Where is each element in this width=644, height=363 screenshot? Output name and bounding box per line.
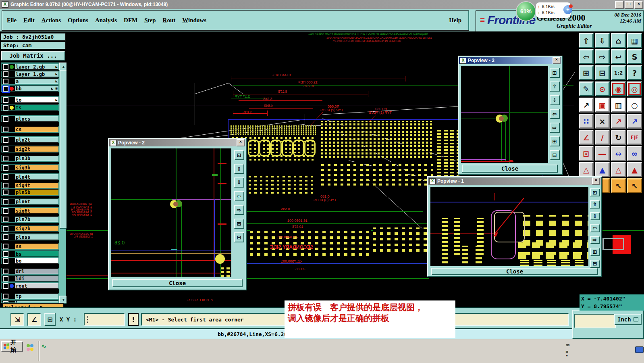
net-highlight-2-button[interactable]: ◎ <box>627 81 642 96</box>
layer-name[interactable]: pln3b <box>15 156 58 161</box>
layer-name[interactable]: sig2t <box>15 146 58 152</box>
layer-visibility-checkbox[interactable] <box>3 156 8 161</box>
layer-name[interactable]: cs <box>15 127 58 132</box>
layer-name[interactable]: bo <box>15 258 58 263</box>
popview-2-close-button[interactable]: Close <box>112 279 243 287</box>
zoom-center-button[interactable]: ⊟ <box>595 65 610 80</box>
popview-pan-left-icon[interactable]: ⇦ <box>234 191 244 201</box>
popview-pan-right-icon[interactable]: ⇨ <box>590 236 600 244</box>
layer-row-bb[interactable]: bb◣ ⊞ <box>2 86 58 92</box>
layer-scrollbar[interactable]: ▲ ▼ <box>59 63 66 303</box>
layer-name[interactable]: ss <box>15 244 58 249</box>
menu-rout[interactable]: Rout <box>163 17 176 24</box>
language-options-icon[interactable]: ▧▾ <box>566 350 568 358</box>
popview-2-close-icon[interactable]: × <box>237 139 245 146</box>
menu-actions[interactable]: Actions <box>42 17 61 24</box>
job-matrix-button[interactable]: Job Matrix ... <box>1 51 65 60</box>
popview-pan-left-icon[interactable]: ⇦ <box>550 109 560 119</box>
move-open-button[interactable]: ↗ <box>611 114 626 129</box>
layer-row-tp[interactable]: tp <box>2 293 58 299</box>
select-mode-arrow-button[interactable]: ↖ <box>611 178 626 193</box>
help-pointer-button[interactable]: ? <box>627 65 642 80</box>
select-symbol-button[interactable]: ↗ <box>579 98 594 113</box>
popview-detach-icon[interactable]: ⊡ <box>590 188 600 196</box>
view-window-up-button[interactable]: ⇧ <box>579 33 594 48</box>
layer-name[interactable]: pln6t <box>15 199 58 204</box>
popview-pan-left-icon[interactable]: ⇦ <box>590 224 600 232</box>
menu-windows[interactable]: Windows <box>182 17 206 24</box>
popview-pan-right-icon[interactable]: ⇨ <box>550 123 560 133</box>
layer-row-bs[interactable]: bs <box>2 251 58 257</box>
chain-dots-button[interactable]: ∷ <box>579 114 594 129</box>
popview-zoom-in-icon[interactable]: ⊟ <box>590 260 600 268</box>
layer-name[interactable]: pln4t <box>15 174 58 179</box>
layer-visibility-checkbox[interactable] <box>3 86 8 92</box>
layer-row-ss[interactable]: ss <box>2 243 58 249</box>
quick-launch-icon[interactable] <box>27 344 33 351</box>
layer-visibility-checkbox[interactable] <box>3 174 8 180</box>
popview-1-titlebar[interactable]: X Popview - 1 × <box>428 177 601 185</box>
layer-visibility-checkbox[interactable] <box>3 199 8 204</box>
measure-angle-button[interactable]: ∠ <box>579 130 594 145</box>
layer-row-drl[interactable]: drl <box>2 268 58 274</box>
popview-pan-down-icon[interactable]: ⇩ <box>590 212 600 220</box>
overlap-circles-button[interactable]: ∞ <box>627 146 642 161</box>
layer-visibility-checkbox[interactable] <box>3 294 8 299</box>
triangle-tool-2-button[interactable]: ▲ <box>595 162 610 177</box>
layer-row-plnss[interactable]: plnss <box>2 234 58 240</box>
layer-visibility-checkbox[interactable] <box>3 301 8 303</box>
layer-visibility-checkbox[interactable] <box>3 137 8 143</box>
layer-row-sig3b[interactable]: sig3b <box>2 165 58 171</box>
angle-mode-button[interactable]: ∠ <box>27 313 41 326</box>
previous-view-button[interactable]: ↩ <box>611 49 626 64</box>
popview-2-window[interactable]: X Popview - 2 × 0.26 ⊡⇧⇩⇦⇨⊞⊟ Close <box>108 138 247 290</box>
layer-visibility-checkbox[interactable] <box>3 183 8 188</box>
layer-row-ldi[interactable]: ldi <box>2 275 58 282</box>
layer-visibility-checkbox[interactable] <box>3 283 8 289</box>
layer-visibility-checkbox[interactable] <box>3 234 8 240</box>
layer-visibility-checkbox[interactable] <box>3 217 8 222</box>
layer-row-rout[interactable]: rout <box>2 283 58 289</box>
route-mode-button[interactable]: ↖ <box>627 178 642 193</box>
layer-visibility-checkbox[interactable] <box>3 146 8 152</box>
zoom-extents-button[interactable]: ⊞ <box>579 65 594 80</box>
layer-row-sig4t[interactable]: sig4t <box>2 182 58 188</box>
net-highlight-1-button[interactable]: ◉ <box>611 81 626 96</box>
popview-2-canvas[interactable]: 0.26 <box>111 148 231 277</box>
popview-1-canvas[interactable] <box>430 187 588 266</box>
layer-row-to[interactable]: to◣ <box>2 97 58 103</box>
layer-visibility-checkbox[interactable] <box>3 79 8 84</box>
slant-line-button[interactable]: ∕ <box>595 130 610 145</box>
popview-3-canvas[interactable] <box>461 66 548 163</box>
layer-name[interactable]: drl <box>15 269 58 274</box>
layer-row-bo[interactable]: bo <box>2 258 58 264</box>
layer-name[interactable]: layer_2.gb◣ <box>15 64 58 69</box>
zoom-1-2-button[interactable]: 1:2 <box>611 65 626 80</box>
menu-file[interactable]: File <box>7 17 17 24</box>
popview-3-titlebar[interactable]: X Popview - 3 × <box>459 57 561 64</box>
copy-pad-button[interactable]: ⊡ <box>579 146 594 161</box>
start-button[interactable]: 开始 <box>1 341 23 352</box>
view-window-down-button[interactable]: ⇩ <box>595 33 610 48</box>
triangle-tool-4-button[interactable]: ▲ <box>627 162 642 177</box>
popview-1-close-button[interactable]: Close <box>431 268 598 275</box>
popview-pan-right-icon[interactable]: ⇨ <box>234 205 244 215</box>
symbol-frames-button[interactable]: ▣ <box>595 98 610 113</box>
delete-x-button[interactable]: × <box>595 114 610 129</box>
layer-name[interactable]: bp <box>15 301 58 303</box>
popview-3-window[interactable]: X Popview - 3 × ⊡⇧⇩⇦⇨⊞⊟ Close <box>458 56 563 175</box>
minimize-button[interactable]: _ <box>615 1 624 9</box>
popview-detach-icon[interactable]: ⊡ <box>234 150 244 160</box>
layer-visibility-checkbox[interactable] <box>3 97 8 103</box>
popview-1-window[interactable]: X Popview - 1 × ⊡⇧⇩⇦⇨⊞⊟ Close <box>427 176 602 277</box>
xy-coordinate-input[interactable] <box>84 313 125 326</box>
layer-visibility-checkbox[interactable] <box>3 208 8 214</box>
mirror-flip-button[interactable]: F|F <box>627 130 642 145</box>
layer-name[interactable]: sig7b <box>15 226 58 231</box>
popview-pan-up-icon[interactable]: ⇧ <box>550 81 560 92</box>
datum-point-button[interactable]: ⊙ <box>595 81 610 96</box>
layer-name[interactable]: plncs <box>15 116 58 121</box>
alert-button[interactable]: ! <box>128 313 139 326</box>
layer-visibility-checkbox[interactable] <box>3 105 8 111</box>
layer-row-pln3b[interactable]: pln3b <box>2 155 58 161</box>
